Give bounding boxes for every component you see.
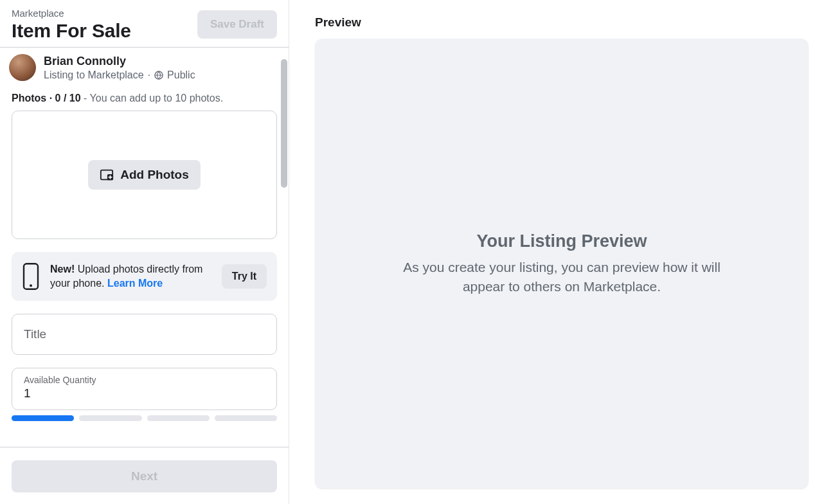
try-it-button[interactable]: Try It (222, 264, 267, 289)
avatar[interactable] (9, 54, 36, 81)
progress-step-2 (79, 415, 141, 421)
preview-card: Your Listing Preview As you create your … (315, 39, 809, 489)
scrollbar-track (281, 0, 289, 504)
form-footer: Next (0, 447, 289, 504)
photos-hint: You can add up to 10 photos. (90, 93, 224, 104)
learn-more-link[interactable]: Learn More (107, 278, 163, 289)
form-panel: Marketplace Item For Sale Save Draft Bri… (0, 0, 289, 504)
preview-section-title: Preview (315, 15, 809, 30)
photos-count: 0 / 10 (55, 93, 81, 104)
add-photos-button[interactable]: Add Photos (88, 160, 201, 190)
title-placeholder: Title (24, 327, 265, 341)
progress-steps (12, 415, 277, 421)
progress-step-1 (12, 415, 74, 421)
breadcrumb[interactable]: Marketplace (12, 8, 131, 19)
add-photo-icon (100, 168, 114, 182)
user-subline: Listing to Marketplace · Public (44, 69, 195, 81)
visibility-label[interactable]: Public (167, 69, 195, 81)
svg-point-4 (30, 284, 32, 287)
photos-prefix: Photos (12, 93, 46, 104)
quantity-value: 1 (24, 386, 265, 401)
add-photos-label: Add Photos (120, 168, 189, 182)
promo-text: New! Upload photos directly from your ph… (50, 262, 211, 290)
photos-count-label: Photos · 0 / 10 - You can add up to 10 p… (12, 93, 277, 104)
user-name: Brian Connolly (44, 55, 195, 68)
next-button[interactable]: Next (12, 460, 277, 492)
scrollbar-thumb[interactable] (281, 59, 287, 188)
title-input[interactable]: Title (12, 314, 277, 355)
upload-from-phone-card: New! Upload photos directly from your ph… (12, 252, 277, 301)
app-root: Marketplace Item For Sale Save Draft Bri… (0, 0, 824, 504)
header-text: Marketplace Item For Sale (12, 8, 131, 42)
form-scroll-area: Brian Connolly Listing to Marketplace · … (0, 48, 289, 447)
photo-dropzone[interactable]: Add Photos (12, 111, 277, 239)
page-title: Item For Sale (12, 20, 131, 42)
quantity-label: Available Quantity (24, 375, 265, 385)
globe-icon (154, 71, 163, 80)
listing-to-label: Listing to Marketplace (44, 69, 144, 81)
save-draft-button[interactable]: Save Draft (197, 10, 277, 39)
user-info: Brian Connolly Listing to Marketplace · … (44, 55, 195, 81)
progress-step-3 (147, 415, 210, 421)
separator: · (148, 69, 150, 81)
progress-step-4 (215, 415, 277, 421)
promo-badge: New! (50, 264, 75, 274)
preview-heading: Your Listing Preview (476, 231, 647, 251)
preview-description: As you create your listing, you can prev… (395, 258, 729, 296)
user-row: Brian Connolly Listing to Marketplace · … (12, 48, 277, 89)
form-header: Marketplace Item For Sale Save Draft (0, 0, 289, 47)
quantity-input[interactable]: Available Quantity 1 (12, 368, 277, 410)
preview-panel: Preview Your Listing Preview As you crea… (289, 0, 824, 504)
phone-icon (22, 262, 40, 291)
